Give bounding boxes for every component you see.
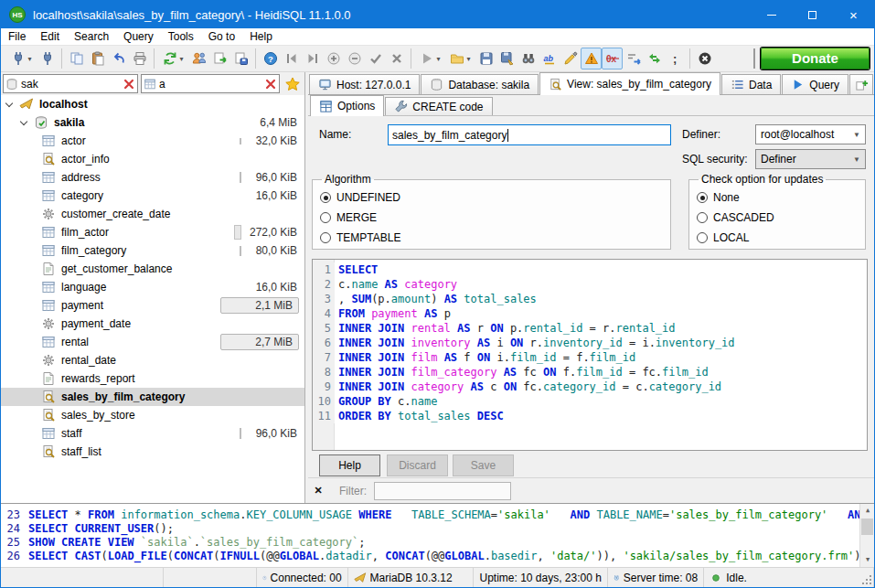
clear-table-filter-icon[interactable] <box>264 78 277 91</box>
save-button[interactable]: Save <box>453 454 514 476</box>
paste-button[interactable] <box>87 48 108 69</box>
save-sql-as-button[interactable] <box>496 48 518 69</box>
scrollbar-thumb[interactable] <box>861 519 873 535</box>
help-button[interactable]: Help <box>319 454 380 476</box>
toggle-warnings-button[interactable] <box>581 48 602 69</box>
database-tree[interactable]: localhost sakila 6,4 MiB <box>1 95 304 503</box>
database-filter-input[interactable]: sak <box>3 74 138 93</box>
menu-item[interactable]: Search <box>67 28 116 46</box>
tree-row[interactable]: sales_by_film_category <box>1 388 304 406</box>
main-tab-bar: Host: 127.0.0.1 Database: sakila View: s… <box>308 72 874 95</box>
check-option-radio[interactable]: CASCADED <box>697 208 858 228</box>
run-query-button[interactable] <box>415 48 445 69</box>
menu-item[interactable]: Query <box>116 28 161 46</box>
main-tab[interactable]: Data <box>721 74 781 94</box>
menu-item[interactable]: File <box>1 28 33 46</box>
menu-item[interactable]: Edit <box>33 28 67 46</box>
expand-chevron-icon[interactable] <box>20 117 27 124</box>
first-record-button[interactable] <box>281 48 302 69</box>
help-toolbar-button[interactable] <box>260 48 281 69</box>
tree-row[interactable]: actor 32,0 KiB <box>1 132 304 150</box>
donate-button[interactable]: Donate <box>761 48 870 69</box>
tree-row[interactable]: rental_date <box>1 351 304 369</box>
reformat-sql-button[interactable] <box>560 48 581 69</box>
user-manager-button[interactable] <box>188 48 209 69</box>
definer-combobox[interactable]: root@localhost ▼ <box>755 124 866 144</box>
tree-row[interactable]: language 16,0 KiB <box>1 278 304 296</box>
delete-record-button[interactable] <box>344 48 365 69</box>
session-manager-button[interactable] <box>6 48 37 69</box>
tree-row[interactable]: film_category 80,0 KiB <box>1 241 304 260</box>
clear-database-filter-icon[interactable] <box>123 78 135 91</box>
explain-button[interactable] <box>623 48 644 69</box>
discard-button[interactable]: Discard <box>387 454 448 476</box>
find-button[interactable] <box>518 48 539 69</box>
menu-item[interactable]: Help <box>242 28 280 46</box>
maximize-button[interactable] <box>792 1 833 28</box>
tree-row[interactable]: localhost <box>1 95 304 113</box>
cancel-editing-button[interactable] <box>386 48 407 69</box>
tree-row[interactable]: rewards_report <box>1 369 304 388</box>
undo-button[interactable] <box>108 48 129 69</box>
delimiter-button[interactable] <box>665 48 686 69</box>
tree-row[interactable]: sakila 6,4 MiB <box>1 113 304 132</box>
tree-row[interactable]: address 96,0 KiB <box>1 168 304 187</box>
table-filter-input[interactable]: a <box>141 74 280 93</box>
tree-row[interactable]: get_customer_balance <box>1 260 304 278</box>
tree-row[interactable]: film_actor 272,0 KiB <box>1 223 304 241</box>
sub-tab[interactable]: CREATE code <box>385 97 492 115</box>
resize-grip[interactable] <box>870 583 871 584</box>
tree-row[interactable]: payment 2,1 MiB <box>1 296 304 315</box>
print-button[interactable] <box>129 48 150 69</box>
title-bar[interactable]: HS localhost\sakila\sales_by_film_catego… <box>1 1 874 28</box>
tree-row[interactable]: rental 2,7 MiB <box>1 333 304 351</box>
last-record-button[interactable] <box>302 48 323 69</box>
tree-row[interactable]: sales_by_store <box>1 406 304 424</box>
tree-row[interactable]: category 16,0 KiB <box>1 187 304 205</box>
main-tab[interactable]: View: sales_by_film_category <box>539 72 720 95</box>
main-tab[interactable]: Database: sakila <box>421 74 539 94</box>
refresh-button[interactable] <box>158 48 188 69</box>
main-tab[interactable]: Host: 127.0.0.1 <box>309 74 420 94</box>
tree-row[interactable]: actor_info <box>1 150 304 168</box>
toggle-hex-button[interactable] <box>602 48 623 69</box>
copy-button[interactable] <box>66 48 87 69</box>
expand-chevron-icon[interactable] <box>5 99 13 106</box>
open-sql-file-button[interactable] <box>445 48 475 69</box>
log-scrollbar[interactable]: ▲ ▼ <box>859 504 874 567</box>
replace-button[interactable] <box>539 48 560 69</box>
filter-input[interactable] <box>374 482 511 500</box>
tree-row[interactable]: staff 96,0 KiB <box>1 424 304 443</box>
save-sql-button[interactable] <box>475 48 496 69</box>
algorithm-radio-option[interactable]: UNDEFINED <box>320 187 663 208</box>
sql-security-dropdown[interactable]: Definer ▼ <box>755 149 866 169</box>
favorites-button[interactable] <box>283 74 303 93</box>
check-option-radio[interactable]: LOCAL <box>697 228 858 248</box>
reconnect-button[interactable] <box>644 48 665 69</box>
close-filter-button[interactable]: ✕ <box>308 485 328 497</box>
algorithm-radio-option[interactable]: TEMPTABLE <box>320 228 663 248</box>
save-blob-button[interactable] <box>230 48 251 69</box>
view-name-input[interactable]: sales_by_film_category <box>388 124 671 145</box>
algorithm-radio-option[interactable]: MERGE <box>320 208 663 228</box>
disconnect-button[interactable] <box>37 48 58 69</box>
sql-log-panel[interactable]: 23 SELECT * FROM information_schema.KEY_… <box>1 503 874 567</box>
select-code-editor[interactable]: 1 SELECT 2 c.name AS category 3 , <box>312 259 868 451</box>
stop-button[interactable] <box>694 48 715 69</box>
tree-row[interactable]: payment_date <box>1 315 304 333</box>
new-query-tab-button[interactable] <box>849 74 873 94</box>
menu-item[interactable]: Go to <box>201 28 242 46</box>
close-button[interactable]: × <box>833 1 874 28</box>
main-tab[interactable]: Query <box>782 74 848 94</box>
minimize-button[interactable] <box>751 1 792 28</box>
export-database-button[interactable] <box>209 48 230 69</box>
menu-item[interactable]: Tools <box>161 28 201 46</box>
check-option-radio[interactable]: None <box>697 187 858 208</box>
scroll-up-icon[interactable]: ▲ <box>860 504 874 518</box>
tree-row[interactable]: staff_list <box>1 443 304 461</box>
post-changes-button[interactable] <box>365 48 386 69</box>
sub-tab[interactable]: Options <box>310 95 384 116</box>
insert-record-button[interactable] <box>323 48 344 69</box>
scroll-down-icon[interactable]: ▼ <box>860 553 874 567</box>
tree-row[interactable]: customer_create_date <box>1 205 304 223</box>
